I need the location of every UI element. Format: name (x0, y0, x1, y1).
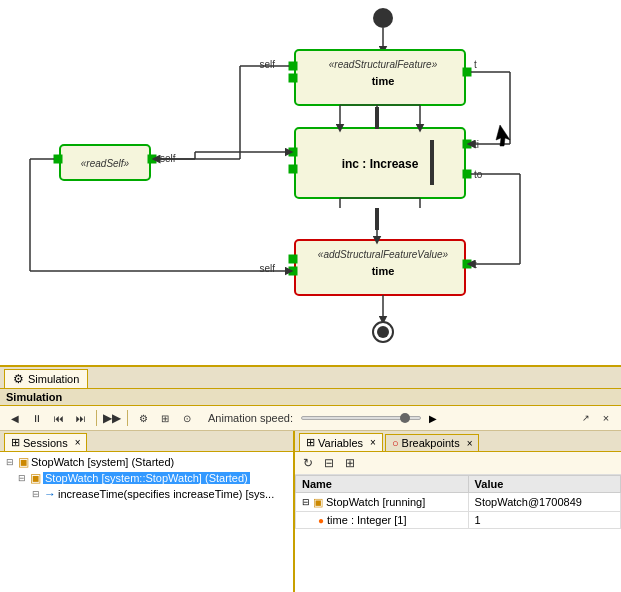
breakpoints-icon: ○ (392, 437, 399, 449)
svg-text:inc : Increase: inc : Increase (342, 157, 419, 171)
maximize-btn[interactable]: ↗ (577, 409, 595, 427)
variables-icon: ⊞ (306, 436, 315, 449)
expander-3: ⊟ (32, 489, 42, 499)
svg-rect-20 (463, 140, 471, 148)
simulation-header: Simulation (0, 389, 621, 406)
var-row-1[interactable]: ⊟ ▣ StopWatch [running] StopWatch@170084… (296, 493, 621, 512)
svg-rect-21 (463, 170, 471, 178)
package-icon-1: ▣ (18, 455, 29, 469)
svg-rect-27 (289, 255, 297, 263)
grid-btn[interactable]: ⊞ (156, 409, 174, 427)
svg-text:self: self (259, 59, 275, 70)
tree-item-stopwatch-system[interactable]: ⊟ ▣ StopWatch [system] (Started) (2, 454, 291, 470)
variables-close[interactable]: × (370, 437, 376, 448)
variables-table-container: Name Value ⊟ ▣ StopWatch [running] (295, 475, 621, 592)
bottom-panel: ⚙ Simulation Simulation ◀ ⏸ ⏮ ⏭ ▶▶ ⚙ ⊞ ⊙… (0, 365, 621, 592)
breakpoints-label: Breakpoints (402, 437, 460, 449)
expander-1: ⊟ (6, 457, 16, 467)
svg-rect-12 (148, 155, 156, 163)
panel-resize-btns: ↗ × (577, 409, 615, 427)
step-back-btn[interactable]: ⏮ (50, 409, 68, 427)
var-value-2: 1 (468, 511, 620, 529)
package-icon-2: ▣ (30, 471, 41, 485)
svg-rect-7 (463, 68, 471, 76)
diagram-area: «readStructuralFeature» time self t «rea… (0, 0, 621, 365)
sessions-label: Sessions (23, 437, 68, 449)
prop-icon-1: ● (318, 515, 324, 526)
sim-toolbar: ◀ ⏸ ⏮ ⏭ ▶▶ ⚙ ⊞ ⊙ Animation speed: ▶ ↗ × (0, 406, 621, 431)
svg-text:«readSelf»: «readSelf» (81, 158, 130, 169)
variables-tab[interactable]: ⊞ Variables × (299, 433, 383, 451)
svg-rect-18 (289, 148, 297, 156)
variables-toolbar: ↻ ⊟ ⊞ (295, 452, 621, 475)
sessions-panel: ⊞ Sessions × ⊟ ▣ StopWatch [system] (Sta… (0, 431, 295, 592)
sessions-tab[interactable]: ⊞ Sessions × (4, 433, 87, 451)
tree-item-label-1: StopWatch [system] (Started) (31, 456, 174, 468)
simulation-tab[interactable]: ⚙ Simulation (4, 369, 88, 388)
svg-rect-28 (289, 267, 297, 275)
split-panel: ⊞ Sessions × ⊟ ▣ StopWatch [system] (Sta… (0, 431, 621, 592)
variables-panel: ⊞ Variables × ○ Breakpoints × ↻ ⊟ ⊞ (295, 431, 621, 592)
col-name: Name (296, 476, 469, 493)
sessions-content: ⊟ ▣ StopWatch [system] (Started) ⊟ ▣ Sto… (0, 452, 293, 592)
col-value: Value (468, 476, 620, 493)
initial-node (373, 8, 393, 28)
variables-table: Name Value ⊟ ▣ StopWatch [running] (295, 475, 621, 529)
var-value-1: StopWatch@1700849 (468, 493, 620, 512)
svg-point-34 (377, 326, 389, 338)
run-btn[interactable]: ▶▶ (103, 409, 121, 427)
sessions-tab-bar: ⊞ Sessions × (0, 431, 293, 452)
breakpoints-tab[interactable]: ○ Breakpoints × (385, 434, 480, 451)
svg-rect-19 (289, 165, 297, 173)
close-panel-btn[interactable]: × (597, 409, 615, 427)
slider-end-icon: ▶ (429, 413, 437, 424)
right-tab-bar: ⊞ Variables × ○ Breakpoints × (295, 431, 621, 452)
anim-speed-label: Animation speed: (208, 412, 293, 424)
simulation-tab-bar: ⚙ Simulation (0, 367, 621, 389)
svg-rect-17 (430, 140, 434, 185)
expander-var-1: ⊟ (302, 497, 310, 507)
svg-rect-13 (54, 155, 62, 163)
sessions-close[interactable]: × (75, 437, 81, 448)
expander-2: ⊟ (18, 473, 28, 483)
var-name-1: ⊟ ▣ StopWatch [running] (296, 493, 469, 512)
svg-text:self: self (259, 263, 275, 274)
svg-rect-56 (375, 208, 379, 230)
svg-rect-50 (375, 107, 379, 129)
step-fwd-btn[interactable]: ⏭ (72, 409, 90, 427)
svg-text:time: time (372, 265, 395, 277)
variables-label: Variables (318, 437, 363, 449)
prev-btn[interactable]: ◀ (6, 409, 24, 427)
svg-rect-6 (289, 74, 297, 82)
class-icon-1: ▣ (313, 496, 323, 509)
var-name-2: ● time : Integer [1] (296, 511, 469, 529)
svg-text:time: time (372, 75, 395, 87)
collapse-btn[interactable]: ⊟ (320, 454, 338, 472)
sep1 (96, 410, 97, 426)
sep2 (127, 410, 128, 426)
simulation-gear-icon: ⚙ (13, 372, 24, 386)
svg-rect-29 (463, 260, 471, 268)
refresh-btn[interactable]: ↻ (299, 454, 317, 472)
svg-text:«addStructuralFeatureValue»: «addStructuralFeatureValue» (318, 249, 449, 260)
simulation-tab-label: Simulation (28, 373, 79, 385)
slider-thumb (400, 413, 410, 423)
tree-item-increase-time[interactable]: ⊟ → increaseTime(specifies increaseTime)… (2, 486, 291, 502)
expand-btn[interactable]: ⊞ (341, 454, 359, 472)
simulation-title: Simulation (6, 391, 62, 403)
svg-text:t: t (474, 59, 477, 70)
arrow-icon-1: → (44, 487, 56, 501)
tree-item-label-3: increaseTime(specifies increaseTime) [sy… (58, 488, 274, 500)
sessions-icon: ⊞ (11, 436, 20, 449)
animation-slider[interactable] (301, 416, 421, 420)
settings-btn[interactable]: ⚙ (134, 409, 152, 427)
svg-rect-5 (289, 62, 297, 70)
svg-text:«readStructuralFeature»: «readStructuralFeature» (329, 59, 438, 70)
pause-btn[interactable]: ⏸ (28, 409, 46, 427)
tree-item-label-2: StopWatch [system::StopWatch] (Started) (43, 472, 250, 484)
tree-item-stopwatch-started[interactable]: ⊟ ▣ StopWatch [system::StopWatch] (Start… (2, 470, 291, 486)
breakpoints-close[interactable]: × (467, 438, 473, 449)
var-row-2[interactable]: ● time : Integer [1] 1 (296, 511, 621, 529)
record-btn[interactable]: ⊙ (178, 409, 196, 427)
